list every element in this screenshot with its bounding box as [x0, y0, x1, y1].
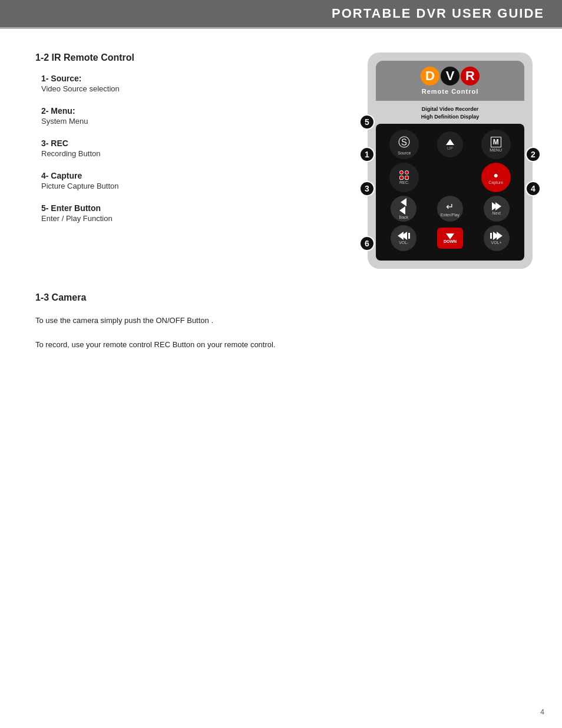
remote-diagram: 5 1 2 3 4 6 D V R Remote Con: [368, 52, 533, 269]
up-arrow-icon: [446, 139, 454, 145]
callout-2: 2: [525, 147, 541, 162]
item-1-desc: Video Source selection: [41, 84, 350, 93]
ir-section-title: 1-2 IR Remote Control: [35, 52, 350, 63]
vol-plus-button[interactable]: VOL+: [484, 225, 510, 251]
logo-r: R: [461, 67, 480, 85]
camera-text-1: To use the camera simply push the ON/OFF…: [35, 315, 527, 327]
vol-plus-icon-2: [497, 232, 503, 240]
source-button[interactable]: Ⓢ Source: [389, 130, 419, 159]
camera-section: 1-3 Camera To use the camera simply push…: [0, 292, 562, 387]
btn-row-3: Back ↵ Enter/Play Next: [381, 196, 520, 222]
vol-minus-bar: [408, 233, 410, 239]
item-2-number: 2-: [41, 106, 48, 116]
menu-button[interactable]: M MENU: [481, 130, 511, 159]
vol-minus-label: VOL-: [399, 241, 408, 245]
item-1-number: 1-: [41, 74, 48, 83]
item-5-label: Enter Button: [51, 203, 101, 213]
page-header: PORTABLE DVR USER GUIDE: [0, 0, 562, 29]
item-3-desc: Recording Button: [41, 149, 350, 158]
capture-label: Capture: [488, 180, 503, 185]
page-number: 4: [540, 708, 544, 716]
rec-label: REC.: [399, 180, 409, 185]
back-icon-2: [399, 206, 405, 215]
logo-v: V: [441, 67, 459, 85]
remote-body: D V R Remote Control Digital Video Recor…: [368, 52, 533, 269]
item-5-desc: Enter / Play Function: [41, 214, 350, 223]
source-icon: Ⓢ: [398, 134, 410, 150]
vol-plus-bar: [490, 233, 492, 239]
item-1-label: Source:: [51, 74, 81, 83]
back-icon: [401, 198, 406, 206]
callout-5: 5: [359, 114, 375, 130]
item-4-label: Capture: [51, 171, 82, 180]
item-enter: 5- Enter Button Enter / Play Function: [35, 203, 350, 223]
item-4-desc: Picture Capture Button: [41, 182, 350, 190]
logo-d: D: [421, 67, 439, 85]
menu-icon: M: [491, 137, 501, 147]
back-label: Back: [399, 215, 409, 219]
remote-buttons-area: Ⓢ Source UP M MENU: [376, 124, 524, 261]
btn-row-2: REC. ● Capture: [381, 163, 520, 192]
item-5-number: 5-: [41, 203, 48, 213]
down-icon: [446, 233, 454, 239]
down-button[interactable]: DOWN: [437, 228, 463, 249]
vol-plus-label: VOL+: [491, 241, 502, 245]
camera-text-2: To record, use your remote control REC B…: [35, 339, 527, 351]
next-icon-2: [495, 202, 501, 210]
source-label: Source: [398, 151, 411, 155]
vol-minus-icon-2: [401, 232, 407, 240]
item-3-number: 3-: [41, 139, 48, 148]
enter-icon: ↵: [446, 201, 454, 212]
remote-top-area: D V R Remote Control: [376, 61, 524, 101]
up-button[interactable]: UP: [437, 131, 463, 157]
next-button[interactable]: Next: [484, 196, 510, 222]
rec-button[interactable]: REC.: [389, 163, 419, 192]
remote-subtitle: Digital Video Recorder High Definition D…: [376, 106, 524, 120]
callout-6: 6: [359, 236, 375, 251]
item-rec: 3- REC Recording Button: [35, 139, 350, 158]
item-2-desc: System Menu: [41, 117, 350, 126]
callout-4: 4: [525, 181, 541, 196]
remote-container: 5 1 2 3 4 6 D V R Remote Con: [368, 52, 533, 269]
item-3-label: REC: [51, 139, 68, 148]
item-4-number: 4-: [41, 171, 48, 180]
item-capture: 4- Capture Picture Capture Button: [35, 171, 350, 190]
dvr-logo: D V R: [382, 67, 518, 85]
down-label: DOWN: [444, 239, 457, 243]
remote-brand-text: Remote Control: [382, 88, 518, 95]
enter-play-button[interactable]: ↵ Enter/Play: [437, 196, 463, 222]
menu-label: MENU: [490, 148, 502, 152]
main-content: 1-2 IR Remote Control 1- Source: Video S…: [0, 29, 562, 292]
back-button[interactable]: Back: [391, 196, 416, 222]
rec-icon: [399, 170, 409, 180]
header-title: PORTABLE DVR USER GUIDE: [332, 6, 544, 21]
center-spacer: [437, 164, 463, 190]
capture-button[interactable]: ● Capture: [481, 163, 511, 192]
item-menu: 2- Menu: System Menu: [35, 106, 350, 126]
btn-row-1: Ⓢ Source UP M MENU: [381, 130, 520, 159]
camera-section-title: 1-3 Camera: [35, 292, 527, 303]
btn-row-4: VOL- DOWN VOL+: [381, 225, 520, 251]
callout-1: 1: [359, 147, 375, 162]
next-label: Next: [492, 211, 500, 215]
enter-label: Enter/Play: [441, 213, 459, 217]
callout-3: 3: [359, 181, 375, 196]
vol-minus-button[interactable]: VOL-: [391, 225, 416, 251]
capture-icon: ●: [493, 170, 498, 180]
item-source: 1- Source: Video Source selection: [35, 74, 350, 93]
item-2-label: Menu:: [51, 106, 75, 116]
up-label: UP: [447, 146, 453, 150]
ir-remote-section: 1-2 IR Remote Control 1- Source: Video S…: [35, 52, 350, 236]
